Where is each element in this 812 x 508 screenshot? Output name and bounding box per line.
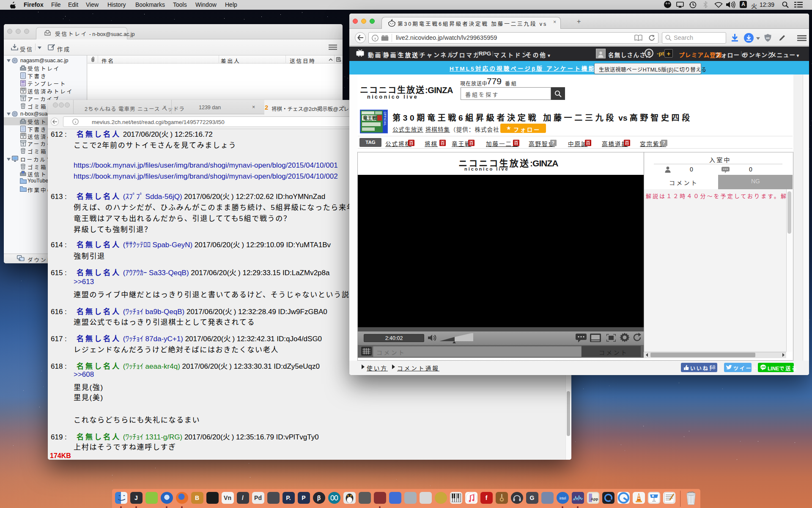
- svg-text:竜王戦: 竜王戦: [363, 115, 377, 121]
- svg-text:uo: uo: [766, 36, 770, 39]
- svg-text:LINE: LINE: [760, 366, 766, 368]
- svg-text:intel: intel: [559, 496, 566, 500]
- svg-text:App: App: [590, 497, 598, 501]
